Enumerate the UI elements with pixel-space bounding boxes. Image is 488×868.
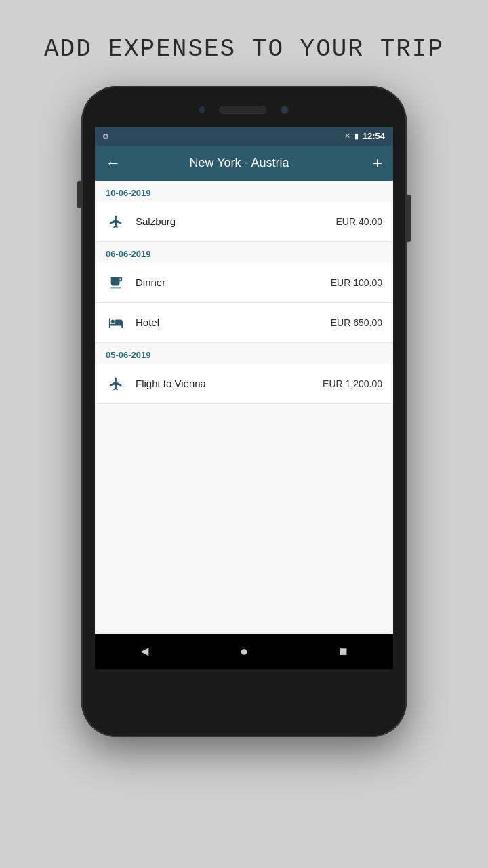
back-button[interactable]: ← <box>106 155 121 172</box>
phone-top <box>81 86 407 127</box>
expense-amount: EUR 650.00 <box>331 317 382 328</box>
volume-button <box>77 181 81 208</box>
recents-nav-button[interactable]: ■ <box>330 638 357 665</box>
expense-amount: EUR 1,200.00 <box>323 378 382 389</box>
table-row[interactable]: Dinner EUR 100.00 <box>95 263 393 303</box>
signal-icon: ✕ <box>344 132 350 140</box>
flight-to-vienna-icon <box>106 374 126 394</box>
flight-icon <box>106 212 126 232</box>
speaker <box>219 106 266 114</box>
home-nav-button[interactable]: ● <box>230 638 258 665</box>
battery-icon: ▮ <box>354 132 359 140</box>
expense-name: Salzburg <box>136 216 336 227</box>
front-camera <box>199 106 205 113</box>
status-bar: ✕ ▮ 12:54 <box>95 127 393 146</box>
expense-name: Flight to Vienna <box>136 378 323 389</box>
hotel-icon <box>106 313 126 333</box>
table-row[interactable]: Salzburg EUR 40.00 <box>95 202 393 242</box>
status-left <box>103 134 108 139</box>
expense-name: Dinner <box>136 277 331 288</box>
dinner-icon <box>106 273 126 293</box>
page-title: Add expenses to your trip <box>44 34 444 66</box>
date-header-1: 10-06-2019 <box>95 181 393 202</box>
expense-list: 10-06-2019 Salzburg EUR 40.00 06-06-2019 <box>95 181 393 634</box>
status-right: ✕ ▮ 12:54 <box>344 131 385 141</box>
expense-amount: EUR 40.00 <box>336 216 382 227</box>
table-row[interactable]: Flight to Vienna EUR 1,200.00 <box>95 364 393 404</box>
phone-shell: ✕ ▮ 12:54 ← New York - Austria + 10-06-2… <box>81 86 407 737</box>
add-button[interactable]: + <box>373 154 382 173</box>
date-header-2: 06-06-2019 <box>95 242 393 263</box>
power-button <box>407 195 411 242</box>
status-dot <box>103 134 108 139</box>
expense-amount: EUR 100.00 <box>331 277 382 288</box>
screen: ✕ ▮ 12:54 ← New York - Austria + 10-06-2… <box>95 127 393 669</box>
back-nav-button[interactable]: ◄ <box>131 638 158 665</box>
app-bar: ← New York - Austria + <box>95 146 393 181</box>
app-bar-title: New York - Austria <box>131 156 347 170</box>
date-header-3: 05-06-2019 <box>95 343 393 364</box>
bottom-nav: ◄ ● ■ <box>95 634 393 669</box>
camera <box>280 105 289 115</box>
expense-name: Hotel <box>136 317 331 328</box>
time-display: 12:54 <box>363 131 385 141</box>
table-row[interactable]: Hotel EUR 650.00 <box>95 303 393 343</box>
